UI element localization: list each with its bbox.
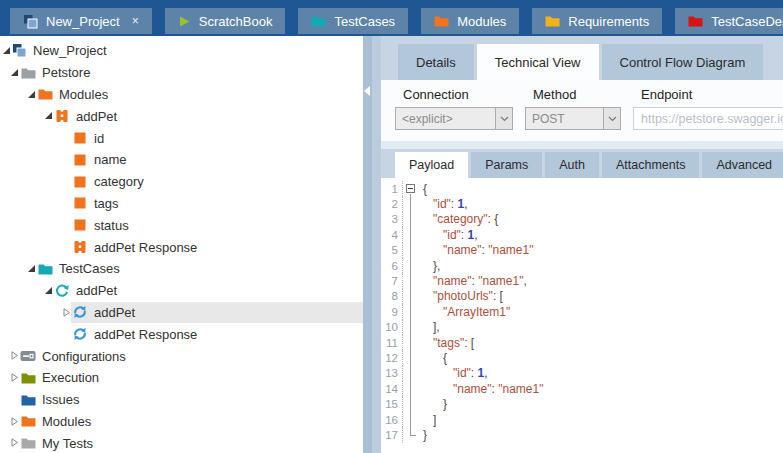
payload-tab-advanced[interactable]: Advanced	[702, 152, 783, 178]
editor-line[interactable]: 3"category": {	[381, 212, 783, 227]
close-icon[interactable]: ×	[132, 14, 139, 28]
tree-collapsed-arrow-icon[interactable]	[10, 438, 19, 447]
line-number: 5	[381, 243, 403, 258]
tree-expanded-arrow-icon[interactable]	[44, 286, 53, 295]
editor-line[interactable]: 8"photoUrls": [	[381, 289, 783, 304]
payload-editor[interactable]: 1{2"id": 1,3"category": {4"id": 1,5"name…	[381, 178, 783, 453]
line-number: 9	[381, 304, 403, 319]
payload-tab-attachments[interactable]: Attachments	[602, 152, 699, 178]
request-form: Connection <explicit> Method POST	[381, 80, 783, 141]
editor-line[interactable]: 4"id": 1,	[381, 227, 783, 242]
tree-item-label: TestCases	[59, 261, 120, 276]
view-tab-bar: DetailsTechnical ViewControl Flow Diagra…	[381, 36, 783, 80]
tree-expanded-arrow-icon[interactable]	[27, 90, 36, 99]
line-number: 17	[381, 427, 403, 442]
fold-collapse-icon[interactable]	[406, 184, 415, 193]
view-tab-technical-view[interactable]: Technical View	[477, 44, 599, 80]
chevron-down-icon[interactable]	[603, 108, 620, 129]
line-number: 11	[381, 335, 403, 350]
editor-line[interactable]: 6},	[381, 258, 783, 273]
tree-item-new-project[interactable]: New_Project	[0, 40, 363, 62]
tree-item-addpet[interactable]: addPet	[0, 302, 363, 324]
code-text: "ArrayItem1"	[420, 305, 510, 319]
chevron-down-icon[interactable]	[495, 108, 512, 129]
tree-collapsed-arrow-icon[interactable]	[62, 308, 71, 317]
editor-line[interactable]: 1{	[381, 181, 783, 196]
tree-item-testcases[interactable]: TestCases	[0, 258, 363, 280]
tree-collapsed-arrow-icon[interactable]	[10, 373, 19, 382]
editor-line[interactable]: 7"name": "name1",	[381, 273, 783, 288]
tab-testcasedesign[interactable]: TestCaseDesign	[675, 8, 783, 34]
tree-item-addpet[interactable]: addPet	[0, 280, 363, 302]
tree-item-my-tests[interactable]: My Tests	[0, 432, 363, 453]
editor-line[interactable]: 16]	[381, 412, 783, 427]
tree-item-modules[interactable]: Modules	[0, 411, 363, 433]
payload-tab-payload[interactable]: Payload	[395, 152, 468, 178]
tree-item-execution[interactable]: Execution	[0, 367, 363, 389]
tree-item-modules[interactable]: Modules	[0, 84, 363, 106]
tab-requirements[interactable]: Requirements	[532, 8, 662, 34]
tree-collapsed-arrow-icon[interactable]	[10, 417, 19, 426]
tab-scratchbook[interactable]: ScratchBook	[165, 8, 286, 34]
tree-collapsed-arrow-icon[interactable]	[10, 351, 19, 360]
panel-divider[interactable]	[363, 36, 372, 453]
fold-guide	[403, 412, 420, 427]
editor-line[interactable]: 10],	[381, 320, 783, 335]
editor-line[interactable]: 14"name": "name1"	[381, 381, 783, 396]
editor-line[interactable]: 17}	[381, 427, 783, 442]
tree-item-addpet-response[interactable]: addPet Response	[0, 323, 363, 345]
payload-tab-bar: PayloadParamsAuthAttachmentsAdvanced	[381, 149, 783, 178]
tab-label: TestCaseDesign	[711, 14, 783, 29]
collapse-panel-icon[interactable]	[364, 82, 371, 100]
payload-tab-auth[interactable]: Auth	[545, 152, 599, 178]
code-text: ],	[420, 320, 440, 334]
tree-item-addpet-response[interactable]: addPet Response	[0, 236, 363, 258]
tab-label: Modules	[457, 14, 506, 29]
tree-item-label: New_Project	[33, 43, 107, 58]
field-icon	[71, 132, 89, 144]
fold-guide	[403, 258, 420, 273]
tree-item-name[interactable]: name	[0, 149, 363, 171]
editor-line[interactable]: 2"id": 1,	[381, 196, 783, 211]
tree-expanded-arrow-icon[interactable]	[27, 264, 36, 273]
editor-line[interactable]: 9"ArrayItem1"	[381, 304, 783, 319]
tree-item-tags[interactable]: tags	[0, 193, 363, 215]
folder-icon	[36, 88, 54, 100]
tree-item-addpet[interactable]: addPet	[0, 105, 363, 127]
field-icon	[71, 219, 89, 231]
tree-item-category[interactable]: category	[0, 171, 363, 193]
fold-toggle-icon[interactable]	[403, 181, 420, 196]
tree-expanded-arrow-icon[interactable]	[44, 111, 53, 120]
tab-new-project[interactable]: New_Project×	[10, 8, 152, 34]
editor-line[interactable]: 5"name": "name1"	[381, 243, 783, 258]
view-tab-details[interactable]: Details	[398, 44, 474, 80]
connection-select[interactable]: <explicit>	[395, 107, 513, 130]
tree-expanded-arrow-icon[interactable]	[10, 68, 19, 77]
method-select[interactable]: POST	[525, 107, 621, 130]
tab-testcases[interactable]: TestCases	[298, 8, 408, 34]
fold-guide	[403, 427, 420, 442]
endpoint-input[interactable]: https://petstore.swagger.io	[633, 107, 783, 130]
code-text: {	[420, 182, 427, 196]
connection-label: Connection	[395, 87, 513, 102]
line-number: 8	[381, 289, 403, 304]
tree-row-body: My Tests	[19, 432, 363, 453]
view-tab-control-flow-diagram[interactable]: Control Flow Diagram	[602, 44, 764, 80]
editor-line[interactable]: 12{	[381, 350, 783, 365]
payload-tab-params[interactable]: Params	[471, 152, 542, 178]
editor-line[interactable]: 15}	[381, 396, 783, 411]
tab-modules[interactable]: Modules	[421, 8, 519, 34]
code-text: }	[420, 397, 447, 411]
tree-item-configurations[interactable]: Configurations	[0, 345, 363, 367]
tree-item-issues[interactable]: Issues	[0, 389, 363, 411]
tree-row-body: id	[71, 127, 363, 149]
tree-item-label: id	[94, 131, 104, 146]
editor-line[interactable]: 13"id": 1,	[381, 366, 783, 381]
folder-icon	[434, 15, 449, 27]
editor-line[interactable]: 11"tags": [	[381, 335, 783, 350]
tree-item-status[interactable]: status	[0, 214, 363, 236]
tree-item-petstore[interactable]: Petstore	[0, 62, 363, 84]
tab-label: TestCases	[334, 14, 395, 29]
tree-item-id[interactable]: id	[0, 127, 363, 149]
line-number: 4	[381, 227, 403, 242]
